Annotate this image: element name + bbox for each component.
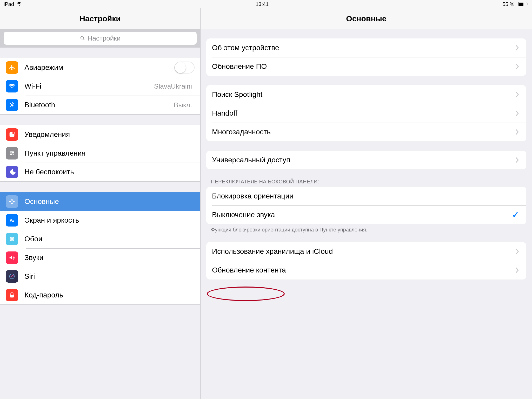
checkmark-icon: ✓ (512, 210, 519, 220)
detail-section: Блокировка ориентации Выключение звука ✓ (206, 187, 526, 224)
detail-row-about[interactable]: Об этом устройстве (206, 38, 526, 57)
sidebar-item-airplane[interactable]: Авиарежим (0, 58, 200, 77)
display-icon: AA (6, 214, 18, 227)
sidebar-item-siri[interactable]: Siri (0, 267, 200, 286)
sidebar-item-wifi[interactable]: Wi-Fi SlavaUkraini (0, 77, 200, 96)
chevron-right-icon (515, 63, 519, 70)
svg-point-3 (12, 132, 15, 134)
detail-row-software-update[interactable]: Обновление ПО (206, 57, 526, 76)
gear-icon (6, 195, 18, 208)
section-footer: Функция блокировки ориентации доступна в… (211, 227, 526, 233)
sidebar-item-label: Код-пароль (24, 291, 195, 299)
sidebar-item-sounds[interactable]: Звуки (0, 248, 200, 267)
detail-title: Основные (346, 14, 386, 23)
sidebar-item-label: Основные (24, 197, 195, 206)
detail-row-handoff[interactable]: Handoff (206, 104, 526, 123)
sidebar-item-label: Обои (24, 235, 195, 243)
detail-row-mute[interactable]: Выключение звука ✓ (206, 205, 526, 224)
search-icon (80, 35, 85, 41)
search-input[interactable]: Настройки (4, 32, 197, 45)
sidebar-item-label: Bluetooth (24, 101, 174, 109)
svg-rect-13 (10, 295, 14, 298)
detail-row-label: Обновление ПО (212, 62, 515, 71)
sidebar-item-passcode[interactable]: Код-пароль (0, 286, 200, 304)
detail-section: Поиск Spotlight Handoff Многозадачность (206, 85, 526, 141)
detail-section: Об этом устройстве Обновление ПО (206, 38, 526, 76)
control-center-icon (6, 147, 18, 159)
sidebar-item-dnd[interactable]: Не беспокоить (0, 163, 200, 181)
dnd-icon (6, 166, 18, 178)
notifications-icon (6, 128, 18, 141)
detail-row-label: Использование хранилища и iCloud (212, 247, 515, 256)
sidebar-item-notifications[interactable]: Уведомления (0, 125, 200, 144)
wifi-icon (6, 80, 18, 92)
sidebar-item-label: Авиарежим (24, 63, 174, 72)
detail-row-background-refresh[interactable]: Обновление контента (206, 261, 526, 280)
detail-section: Использование хранилища и iCloud Обновле… (206, 242, 526, 280)
detail-row-label: Многозадачность (212, 128, 515, 136)
chevron-right-icon (515, 129, 519, 135)
lock-icon (6, 289, 18, 301)
detail-row-label: Об этом устройстве (212, 44, 515, 52)
detail-row-label: Handoff (212, 109, 515, 117)
detail-row-label: Выключение звука (212, 211, 512, 219)
svg-point-7 (12, 154, 14, 155)
detail-row-label: Поиск Spotlight (212, 90, 515, 99)
chevron-right-icon (515, 157, 519, 163)
sidebar-title: Настройки (79, 14, 121, 23)
chevron-right-icon (515, 45, 519, 51)
wifi-icon (17, 2, 22, 6)
search-placeholder: Настройки (88, 34, 121, 42)
detail-row-storage[interactable]: Использование хранилища и iCloud (206, 242, 526, 261)
svg-point-6 (10, 152, 12, 153)
device-label: iPad (4, 1, 14, 7)
airplane-icon (6, 61, 18, 74)
sidebar-group: Авиарежим Wi-Fi SlavaUkraini Bluetooth В… (0, 58, 200, 115)
sidebar-item-bluetooth[interactable]: Bluetooth Выкл. (0, 96, 200, 114)
sidebar-item-label: Уведомления (24, 130, 195, 139)
sidebar-item-label: Siri (24, 272, 195, 281)
detail-row-label: Обновление контента (212, 266, 515, 274)
chevron-right-icon (515, 110, 519, 116)
sidebar-item-control-center[interactable]: Пункт управления (0, 144, 200, 163)
clock: 13:41 (256, 1, 269, 7)
sidebar-group: Основные AA Экран и яркость Обои Звуки (0, 192, 200, 305)
detail-row-accessibility[interactable]: Универсальный доступ (206, 151, 526, 169)
sidebar-item-value: SlavaUkraini (154, 82, 192, 90)
battery-icon (517, 2, 528, 6)
siri-icon (6, 270, 18, 283)
svg-point-0 (81, 36, 83, 39)
sidebar-item-wallpaper[interactable]: Обои (0, 230, 200, 248)
search-wrap: Настройки (0, 29, 200, 48)
status-bar: iPad 13:41 55 % (0, 0, 532, 8)
detail-row-lock-rotation[interactable]: Блокировка ориентации (206, 187, 526, 205)
detail-pane: Основные Об этом устройстве Обновление П… (201, 8, 532, 399)
sidebar-item-label: Не беспокоить (24, 168, 195, 176)
sidebar-item-label: Экран и яркость (24, 216, 195, 224)
sidebar-header: Настройки (0, 8, 200, 29)
chevron-right-icon (515, 91, 519, 98)
sidebar-item-label: Пункт управления (24, 149, 195, 157)
chevron-right-icon (515, 267, 519, 273)
settings-sidebar: Настройки Настройки Авиарежим (0, 8, 201, 399)
sidebar-item-value: Выкл. (174, 101, 192, 109)
sidebar-item-general[interactable]: Основные (0, 192, 200, 211)
airplane-toggle[interactable] (174, 62, 195, 74)
svg-text:A: A (12, 219, 14, 223)
section-header: ПЕРЕКЛЮЧАТЕЛЬ НА БОКОВОЙ ПАНЕЛИ: (211, 179, 526, 185)
sound-icon (6, 251, 18, 264)
bluetooth-icon (6, 99, 18, 111)
detail-header: Основные (201, 8, 532, 29)
sidebar-item-display[interactable]: AA Экран и яркость (0, 211, 200, 230)
detail-row-multitasking[interactable]: Многозадачность (206, 123, 526, 141)
svg-line-1 (83, 39, 85, 40)
detail-row-label: Блокировка ориентации (212, 192, 519, 200)
detail-section: Универсальный доступ (206, 151, 526, 169)
detail-row-spotlight[interactable]: Поиск Spotlight (206, 85, 526, 104)
sidebar-item-label: Звуки (24, 254, 195, 262)
detail-row-label: Универсальный доступ (212, 156, 515, 164)
sidebar-group: Уведомления Пункт управления Не беспокои… (0, 125, 200, 182)
sidebar-item-label: Wi-Fi (24, 82, 154, 90)
battery-percent: 55 % (502, 1, 514, 7)
svg-point-11 (11, 238, 13, 240)
